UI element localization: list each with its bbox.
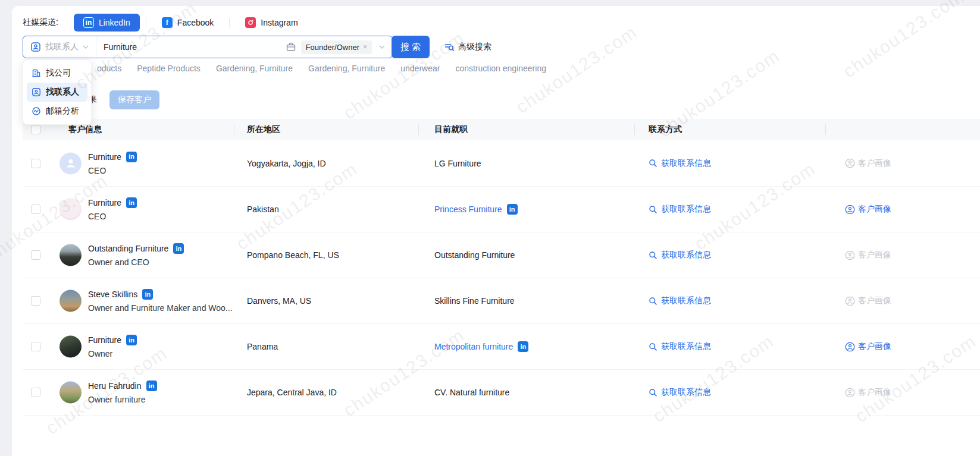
company-name: Outstanding Furniture bbox=[434, 250, 515, 260]
advanced-search-label: 高级搜索 bbox=[458, 42, 491, 52]
get-contact-info-label: 获取联系信息 bbox=[661, 250, 711, 260]
table-row: Furniture in Owner Panama Metropolitan f… bbox=[23, 323, 980, 369]
channel-linkedin[interactable]: in LinkedIn bbox=[74, 14, 140, 32]
table-row: Steve Skillins in Owner and Furniture Ma… bbox=[23, 278, 980, 323]
filter-tag-founder-owner[interactable]: Founder/Owner × bbox=[301, 40, 372, 54]
company-name-link[interactable]: Princess Furniture bbox=[434, 205, 502, 214]
row-checkbox[interactable] bbox=[31, 388, 40, 397]
company-cell: Outstanding Furniture bbox=[434, 250, 515, 260]
row-checkbox[interactable] bbox=[31, 159, 40, 168]
contact-name[interactable]: Heru Fahrudin bbox=[88, 381, 142, 391]
avatar bbox=[60, 152, 82, 174]
linkedin-badge-icon[interactable]: in bbox=[173, 243, 184, 254]
linkedin-badge-icon[interactable]: in bbox=[507, 204, 518, 215]
suggested-keyword[interactable]: Gardening, Furniture bbox=[216, 64, 293, 73]
linkedin-badge-icon[interactable]: in bbox=[146, 380, 157, 391]
location-cell: Yogyakarta, Jogja, ID bbox=[247, 159, 326, 168]
contact-name[interactable]: Outstanding Furniture bbox=[88, 244, 168, 253]
search-button[interactable]: 搜 索 bbox=[392, 36, 430, 58]
column-header-contact: 联系方式 bbox=[649, 124, 682, 135]
company-name-link[interactable]: Metropolitan furniture bbox=[434, 342, 513, 351]
row-checkbox[interactable] bbox=[31, 296, 40, 306]
person-circle-icon bbox=[845, 296, 855, 306]
linkedin-badge-icon[interactable]: in bbox=[142, 289, 153, 300]
customer-info-cell: Heru Fahrudin in Owner furniture bbox=[88, 380, 157, 404]
customer-profile-button[interactable]: 客户画像 bbox=[845, 295, 891, 306]
search-bar-box: 找联系人 Founder/Owner × bbox=[23, 36, 393, 58]
get-contact-info-label: 获取联系信息 bbox=[661, 204, 711, 215]
customer-profile-button[interactable]: 客户画像 bbox=[845, 341, 891, 352]
job-filter-segment[interactable]: Founder/Owner × bbox=[283, 36, 379, 58]
linkedin-badge-icon[interactable]: in bbox=[126, 335, 137, 345]
linkedin-badge-icon[interactable]: in bbox=[518, 341, 528, 352]
remove-tag-icon[interactable]: × bbox=[363, 43, 367, 51]
get-contact-info-label: 获取联系信息 bbox=[661, 341, 711, 352]
row-checkbox[interactable] bbox=[31, 342, 40, 351]
customer-table: Furniture in CEO Yogyakarta, Jogja, ID L… bbox=[23, 140, 980, 415]
customer-info-cell: Furniture in CEO bbox=[88, 197, 137, 221]
menu-item-find-company[interactable]: 找公司 bbox=[27, 64, 87, 83]
search-icon bbox=[649, 205, 657, 214]
suggested-keyword[interactable]: oducts bbox=[97, 64, 121, 73]
row-checkbox[interactable] bbox=[31, 250, 40, 260]
suggested-keyword[interactable]: construction engineering bbox=[455, 64, 546, 73]
table-row: Furniture in CEO Pakistan Princess Furni… bbox=[23, 186, 980, 232]
contact-name[interactable]: Furniture bbox=[88, 152, 121, 162]
person-circle-icon bbox=[845, 388, 855, 398]
contact-title: CEO bbox=[88, 212, 137, 221]
suggested-keyword[interactable]: underwear bbox=[400, 64, 440, 73]
channel-instagram[interactable]: Instagram bbox=[236, 14, 307, 32]
divider bbox=[825, 124, 826, 135]
table-row: Heru Fahrudin in Owner furniture Jepara,… bbox=[23, 369, 980, 415]
avatar bbox=[60, 382, 82, 404]
chevron-down-icon bbox=[83, 45, 89, 49]
search-type-select[interactable]: 找联系人 bbox=[23, 36, 96, 58]
contact-title: CEO bbox=[88, 166, 137, 175]
customer-profile-button[interactable]: 客户画像 bbox=[845, 387, 891, 398]
customer-info-cell: Furniture in CEO bbox=[88, 152, 137, 175]
get-contact-info-link[interactable]: 获取联系信息 bbox=[649, 250, 711, 260]
search-input[interactable] bbox=[96, 36, 283, 58]
menu-item-find-contact[interactable]: 找联系人 bbox=[27, 83, 87, 102]
contact-title: Owner and Furniture Maker and Woo... bbox=[88, 303, 233, 313]
get-contact-info-label: 获取联系信息 bbox=[661, 158, 711, 169]
save-customer-button[interactable]: 保存客户 bbox=[109, 90, 159, 109]
linkedin-badge-icon[interactable]: in bbox=[126, 152, 137, 162]
company-cell: CV. Natural furniture bbox=[434, 388, 509, 397]
location-cell: Pakistan bbox=[247, 205, 279, 214]
search-type-label: 找联系人 bbox=[45, 42, 79, 52]
filter-tag-label: Founder/Owner bbox=[306, 43, 359, 52]
channel-facebook[interactable]: f Facebook bbox=[152, 14, 223, 32]
contact-name[interactable]: Furniture bbox=[88, 335, 121, 345]
linkedin-badge-icon[interactable]: in bbox=[126, 197, 137, 208]
advanced-search-button[interactable]: 高级搜索 bbox=[444, 42, 491, 52]
table-row: Outstanding Furniture in Owner and CEO P… bbox=[23, 232, 980, 278]
get-contact-info-link[interactable]: 获取联系信息 bbox=[649, 295, 711, 306]
person-circle-icon bbox=[845, 342, 855, 352]
divider bbox=[146, 18, 146, 27]
table-row: Furniture in CEO Yogyakarta, Jogja, ID L… bbox=[23, 140, 980, 186]
customer-profile-button[interactable]: 客户画像 bbox=[845, 250, 891, 260]
customer-profile-button[interactable]: 客户画像 bbox=[845, 204, 891, 215]
row-checkbox[interactable] bbox=[31, 205, 40, 214]
select-all-checkbox[interactable] bbox=[31, 125, 40, 134]
company-cell: Princess Furniture in bbox=[434, 204, 518, 215]
suggested-keyword[interactable]: Peptide Products bbox=[137, 64, 201, 73]
get-contact-info-link[interactable]: 获取联系信息 bbox=[649, 341, 711, 352]
default-avatar-person-icon bbox=[64, 157, 77, 170]
suggested-keyword[interactable]: Gardening, Furniture bbox=[308, 64, 385, 73]
social-channels-row: 社媒渠道: in LinkedIn f Facebook Instagram bbox=[23, 13, 308, 32]
filter-search-icon bbox=[444, 42, 455, 52]
get-contact-info-link[interactable]: 获取联系信息 bbox=[649, 158, 711, 169]
get-contact-info-link[interactable]: 获取联系信息 bbox=[649, 204, 711, 215]
menu-item-email-analysis[interactable]: 邮箱分析 bbox=[27, 102, 87, 121]
location-cell: Pompano Beach, FL, US bbox=[247, 250, 339, 260]
customer-profile-label: 客户画像 bbox=[858, 158, 891, 169]
contact-name[interactable]: Steve Skillins bbox=[88, 290, 137, 299]
customer-profile-label: 客户画像 bbox=[858, 387, 891, 398]
contact-title: Owner and CEO bbox=[88, 257, 184, 267]
customer-profile-button[interactable]: 客户画像 bbox=[845, 158, 891, 169]
get-contact-info-link[interactable]: 获取联系信息 bbox=[649, 387, 711, 398]
customer-info-cell: Steve Skillins in Owner and Furniture Ma… bbox=[88, 289, 233, 313]
contact-name[interactable]: Furniture bbox=[88, 198, 121, 207]
